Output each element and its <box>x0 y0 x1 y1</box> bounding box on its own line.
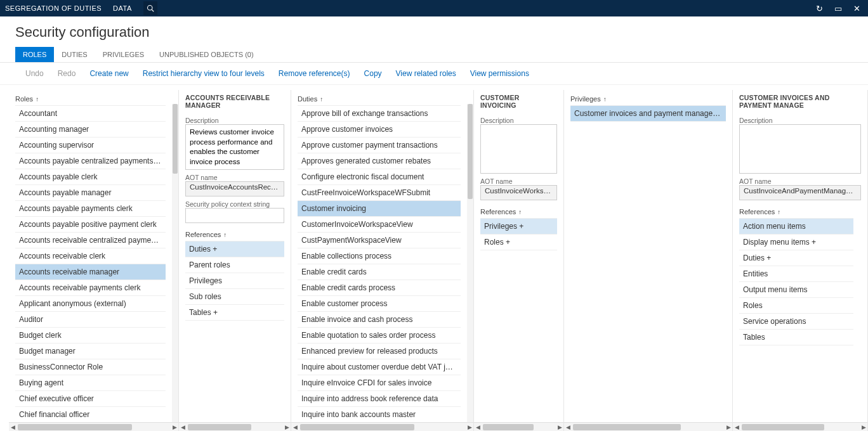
tab-unpublished[interactable]: UNPUBLISHED OBJECTS (0) <box>152 47 261 62</box>
create-new-button[interactable]: Create new <box>89 69 128 78</box>
view-permissions-button[interactable]: View permissions <box>470 69 529 78</box>
list-item[interactable]: Accountant <box>15 106 166 122</box>
role-references-list[interactable]: Duties +Parent rolesPrivilegesSub rolesT… <box>185 241 284 317</box>
references-header[interactable]: References <box>480 205 557 218</box>
list-item[interactable]: Customer invoicing <box>298 201 461 217</box>
list-item[interactable]: CustPaymentWorkspaceView <box>298 233 461 248</box>
list-item[interactable]: Accounts payable positive payment clerk <box>15 217 166 233</box>
list-item[interactable]: Roles + <box>480 235 557 250</box>
roles-hscroll[interactable]: ◀▶ <box>9 422 178 431</box>
list-item[interactable]: Budget manager <box>15 344 166 359</box>
list-item[interactable]: Enable invoice and cash process <box>298 312 461 328</box>
view-related-roles-button[interactable]: View related roles <box>396 69 456 78</box>
duties-list[interactable]: Approve bill of exchange transactionsApp… <box>298 105 461 422</box>
duty-references-list[interactable]: Privileges +Roles + <box>480 218 557 250</box>
list-item[interactable]: Roles <box>739 298 853 314</box>
list-item[interactable]: Enable collections process <box>298 248 461 264</box>
duties-scrollbar[interactable] <box>467 104 473 422</box>
duty-aot-name-input[interactable]: CustInvoiceWorkspace <box>480 185 557 200</box>
policy-context-input[interactable] <box>185 208 284 223</box>
duty-description-input[interactable] <box>480 124 557 174</box>
list-item[interactable]: Accounts payable centralized payments cl… <box>15 153 166 169</box>
list-item[interactable]: Approve customer payment transactions <box>298 138 461 153</box>
list-item[interactable]: Privileges + <box>480 219 557 235</box>
list-item[interactable]: Enhanced preview for released products <box>298 344 461 359</box>
list-item[interactable]: Chief financial officer <box>15 407 166 422</box>
list-item[interactable]: Entities <box>739 266 853 282</box>
references-header[interactable]: References <box>739 205 861 218</box>
list-item[interactable]: Sub roles <box>185 289 284 305</box>
list-item[interactable]: Accounting supervisor <box>15 138 166 153</box>
undo-button[interactable]: Undo <box>25 69 44 78</box>
nav-data[interactable]: DATA <box>113 4 132 12</box>
list-item[interactable]: Inquire eInvoice CFDI for sales invoice <box>298 375 461 391</box>
copy-button[interactable]: Copy <box>364 69 382 78</box>
list-item[interactable]: BusinessConnector Role <box>15 359 166 375</box>
list-item[interactable]: Inquire into address book reference data <box>298 391 461 407</box>
privileges-list[interactable]: Customer invoices and payment management <box>570 105 726 122</box>
list-item[interactable]: Display menu items + <box>739 235 853 250</box>
role-detail-hscroll[interactable]: ◀▶ <box>179 422 291 431</box>
list-item[interactable]: Enable credit cards process <box>298 280 461 296</box>
close-icon[interactable]: ✕ <box>853 4 860 13</box>
list-item[interactable]: Auditor <box>15 312 166 328</box>
list-item[interactable]: Service operations <box>739 314 853 330</box>
list-item[interactable]: CustomerInvoiceWorkspaceView <box>298 217 461 233</box>
list-item[interactable]: Parent roles <box>185 257 284 273</box>
list-item[interactable]: Enable quotation to sales order process <box>298 328 461 344</box>
privilege-references-list[interactable]: Action menu itemsDisplay menu items +Dut… <box>739 218 853 338</box>
list-item[interactable]: Configure electronic fiscal document <box>298 169 461 185</box>
references-header[interactable]: References <box>185 228 284 241</box>
sort-asc-icon <box>36 95 39 103</box>
search-icon[interactable] <box>143 1 157 15</box>
list-item[interactable]: Approve bill of exchange transactions <box>298 106 461 122</box>
list-item[interactable]: Accounts receivable payments clerk <box>15 280 166 296</box>
list-item[interactable]: Applicant anonymous (external) <box>15 296 166 312</box>
role-aot-name-input[interactable]: CustInvoiceAccountsReceivable... <box>185 181 284 196</box>
list-item[interactable]: Inquire into bank accounts master <box>298 407 461 422</box>
list-item[interactable]: Chief executive officer <box>15 391 166 407</box>
list-item[interactable]: Approve customer invoices <box>298 122 461 138</box>
list-item[interactable]: Approves generated customer rebates <box>298 153 461 169</box>
tab-duties[interactable]: DUTIES <box>54 47 95 62</box>
nav-segregation[interactable]: SEGREGATION OF DUTIES <box>5 4 102 12</box>
list-item[interactable]: Customer invoices and payment management <box>570 106 726 122</box>
list-item[interactable]: Accounts receivable clerk <box>15 248 166 264</box>
list-item[interactable]: Accounts payable payments clerk <box>15 201 166 217</box>
list-item[interactable]: Privileges <box>185 273 284 289</box>
privilege-description-input[interactable] <box>739 124 861 174</box>
duty-detail-hscroll[interactable]: ◀▶ <box>474 422 563 431</box>
duties-hscroll[interactable]: ◀▶ <box>291 422 473 431</box>
privileges-header[interactable]: Privileges <box>570 93 726 105</box>
redo-button[interactable]: Redo <box>58 69 76 78</box>
tab-privileges[interactable]: PRIVILEGES <box>95 47 152 62</box>
list-item[interactable]: Accounts payable manager <box>15 185 166 201</box>
tab-roles[interactable]: ROLES <box>15 47 54 62</box>
list-item[interactable]: Output menu items <box>739 282 853 298</box>
duties-header[interactable]: Duties <box>298 93 467 105</box>
list-item[interactable]: Enable credit cards <box>298 264 461 280</box>
roles-header[interactable]: Roles <box>15 93 172 105</box>
list-item[interactable]: Action menu items <box>739 219 853 235</box>
roles-scrollbar[interactable] <box>172 104 178 422</box>
list-item[interactable]: Inquire about customer overdue debt VAT … <box>298 359 461 375</box>
privilege-aot-name-input[interactable]: CustInvoiceAndPaymentManagementW <box>739 185 861 200</box>
list-item[interactable]: Duties + <box>739 250 853 266</box>
remove-references-button[interactable]: Remove reference(s) <box>279 69 350 78</box>
privileges-hscroll[interactable]: ◀▶ <box>564 422 732 431</box>
list-item[interactable]: Buying agent <box>15 375 166 391</box>
list-item[interactable]: Accounts receivable centralized payments… <box>15 233 166 248</box>
list-item[interactable]: CustFreeInvoiceWorkspaceWFSubmit <box>298 185 461 201</box>
popout-icon[interactable]: ▭ <box>834 4 842 13</box>
restrict-hierarchy-button[interactable]: Restrict hierarchy view to four levels <box>143 69 265 78</box>
list-item[interactable]: Duties + <box>185 241 284 257</box>
list-item[interactable]: Accounts payable clerk <box>15 169 166 185</box>
list-item[interactable]: Accounting manager <box>15 122 166 138</box>
list-item[interactable]: Budget clerk <box>15 328 166 344</box>
refresh-icon[interactable]: ↻ <box>816 4 823 13</box>
role-description-input[interactable] <box>185 124 284 170</box>
list-item[interactable]: Accounts receivable manager <box>15 264 166 280</box>
privilege-detail-hscroll[interactable]: ◀▶ <box>733 422 867 431</box>
roles-list[interactable]: AccountantAccounting managerAccounting s… <box>15 105 166 422</box>
list-item[interactable]: Enable customer process <box>298 296 461 312</box>
